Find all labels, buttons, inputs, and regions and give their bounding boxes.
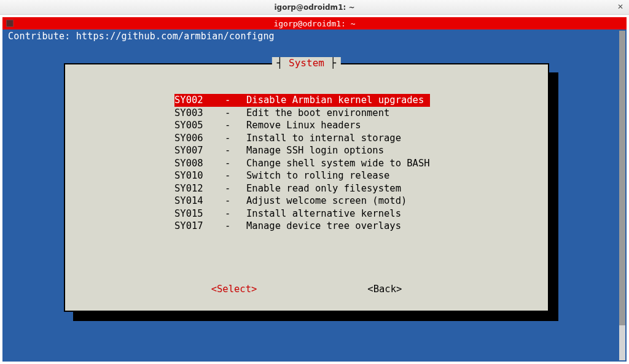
menu-item-label: Enable read only filesystem [246, 182, 401, 195]
menu-list: SY002- Disable Armbian kernel upgrades S… [174, 94, 430, 233]
terminal-tab-label: igorp@odroidm1: ~ [273, 19, 355, 28]
dialog-buttons: <Select> <Back> [65, 284, 548, 295]
dialog-system: System SY002- Disable Armbian kernel upg… [64, 63, 549, 312]
back-button[interactable]: <Back> [367, 284, 402, 295]
menu-item-sy007[interactable]: SY007- Manage SSH login options [174, 144, 430, 157]
menu-item-sy003[interactable]: SY003- Edit the boot environment [174, 107, 430, 120]
menu-item-label: Switch to rolling release [246, 169, 389, 182]
contribute-line: Contribute: https://github.com/armbian/c… [6, 29, 618, 43]
scrollbar-thumb[interactable] [619, 31, 625, 325]
menu-item-label: Change shell system wide to BASH [246, 157, 430, 170]
menu-item-label: Remove Linux headers [246, 119, 361, 132]
window-body: igorp@odroidm1: ~ Contribute: https://gi… [0, 15, 629, 364]
menu-item-sy010[interactable]: SY010- Switch to rolling release [174, 169, 430, 182]
menu-item-sy005[interactable]: SY005- Remove Linux headers [174, 119, 430, 132]
terminal-screen: Contribute: https://github.com/armbian/c… [6, 29, 618, 360]
terminal-icon [6, 20, 14, 27]
menu-item-sy012[interactable]: SY012- Enable read only filesystem [174, 182, 430, 195]
menu-item-sy015[interactable]: SY015- Install alternative kernels [174, 207, 430, 220]
select-button[interactable]: <Select> [211, 284, 257, 295]
menu-item-label: Disable Armbian kernel upgrades [246, 94, 424, 107]
menu-item-label: Edit the boot environment [246, 107, 389, 120]
menu-item-sy002[interactable]: SY002- Disable Armbian kernel upgrades [174, 94, 430, 107]
menu-item-label: Install to internal storage [246, 132, 401, 145]
terminal: igorp@odroidm1: ~ Contribute: https://gi… [2, 17, 627, 362]
menu-item-label: Manage device tree overlays [246, 220, 401, 233]
window-titlebar: igorp@odroidm1: ~ ✕ [0, 0, 629, 15]
menu-item-sy008[interactable]: SY008- Change shell system wide to BASH [174, 157, 430, 170]
menu-item-label: Install alternative kernels [246, 207, 401, 220]
window-close-button[interactable]: ✕ [615, 2, 625, 12]
menu-item-sy017[interactable]: SY017- Manage device tree overlays [174, 220, 430, 233]
scrollbar[interactable] [619, 31, 625, 360]
menu-item-sy014[interactable]: SY014- Adjust welcome screen (motd) [174, 195, 430, 207]
window-title: igorp@odroidm1: ~ [274, 3, 354, 12]
menu-item-label: Adjust welcome screen (motd) [246, 195, 407, 207]
menu-item-label: Manage SSH login options [246, 144, 384, 157]
dialog-title: System [272, 57, 341, 69]
menu-item-sy006[interactable]: SY006- Install to internal storage [174, 132, 430, 145]
terminal-tab-bar: igorp@odroidm1: ~ [2, 17, 627, 29]
